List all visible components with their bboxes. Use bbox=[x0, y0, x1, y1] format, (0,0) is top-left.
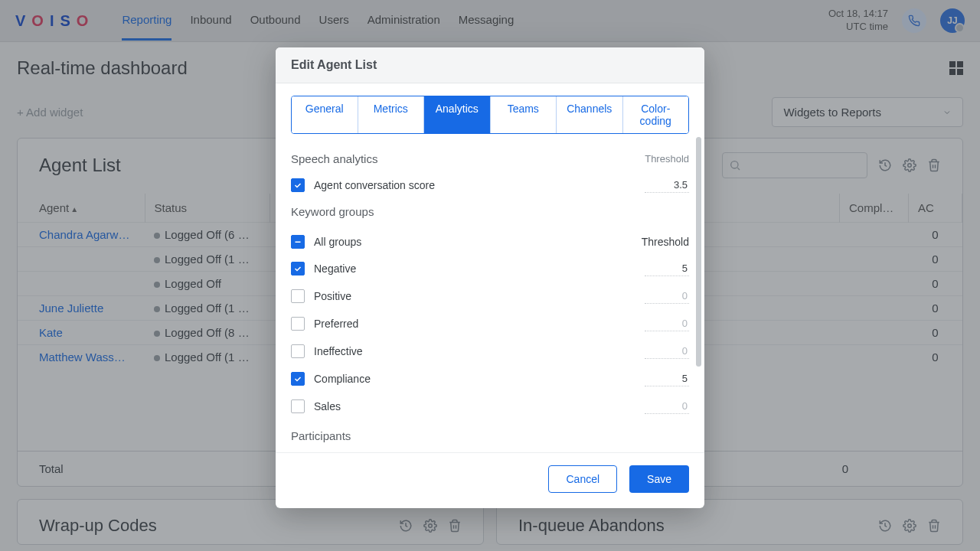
group-threshold[interactable]: 0 bbox=[645, 289, 689, 304]
threshold-label: Threshold bbox=[645, 153, 689, 165]
threshold-label: Threshold bbox=[642, 236, 689, 248]
group-label: Negative bbox=[314, 262, 356, 275]
group-label: Preferred bbox=[314, 318, 358, 330]
group-label: Compliance bbox=[314, 373, 371, 385]
keyword-groups-label: Keyword groups bbox=[291, 205, 374, 218]
group-threshold[interactable]: 0 bbox=[645, 316, 689, 331]
group-threshold[interactable]: 5 bbox=[645, 371, 689, 386]
group-checkbox[interactable] bbox=[291, 344, 305, 358]
group-threshold[interactable]: 0 bbox=[645, 344, 689, 359]
group-checkbox[interactable] bbox=[291, 289, 305, 303]
tab-analytics[interactable]: Analytics bbox=[424, 96, 491, 133]
all-groups-checkbox[interactable] bbox=[291, 235, 305, 249]
cancel-button[interactable]: Cancel bbox=[548, 465, 617, 493]
group-checkbox[interactable] bbox=[291, 372, 305, 386]
keyword-group-row: Compliance5 bbox=[291, 365, 689, 393]
scrollbar[interactable] bbox=[696, 137, 701, 367]
group-threshold[interactable]: 5 bbox=[645, 261, 689, 276]
agent-score-label: Agent conversation score bbox=[314, 179, 435, 191]
tab-channels[interactable]: Channels bbox=[557, 96, 623, 133]
group-checkbox[interactable] bbox=[291, 317, 305, 331]
agent-score-checkbox[interactable] bbox=[291, 178, 305, 192]
svg-rect-5 bbox=[296, 242, 301, 243]
modal-title: Edit Agent List bbox=[276, 47, 704, 83]
keyword-group-row: Positive0 bbox=[291, 282, 689, 310]
all-groups-label: All groups bbox=[314, 236, 361, 248]
keyword-group-row: Ineffective0 bbox=[291, 337, 689, 365]
group-checkbox[interactable] bbox=[291, 262, 305, 276]
speech-analytics-label: Speech analytics bbox=[291, 152, 377, 165]
participants-label: Participants bbox=[291, 429, 351, 442]
save-button[interactable]: Save bbox=[629, 465, 689, 493]
group-threshold[interactable]: 0 bbox=[645, 399, 689, 414]
group-label: Sales bbox=[314, 400, 341, 412]
group-label: Positive bbox=[314, 290, 351, 302]
agent-score-value[interactable]: 3.5 bbox=[645, 178, 689, 193]
group-label: Ineffective bbox=[314, 345, 363, 357]
keyword-group-row: Preferred0 bbox=[291, 310, 689, 337]
tab-general[interactable]: General bbox=[292, 96, 358, 133]
tab-teams[interactable]: Teams bbox=[491, 96, 557, 133]
tab-metrics[interactable]: Metrics bbox=[358, 96, 425, 133]
modal-overlay[interactable]: Edit Agent List General Metrics Analytic… bbox=[0, 0, 980, 551]
group-checkbox[interactable] bbox=[291, 399, 305, 413]
keyword-group-row: Sales0 bbox=[291, 393, 689, 420]
keyword-group-row: Negative5 bbox=[291, 255, 689, 282]
tab-color-coding[interactable]: Color-coding bbox=[623, 96, 689, 133]
modal-tabs: General Metrics Analytics Teams Channels… bbox=[291, 96, 689, 134]
edit-agent-list-modal: Edit Agent List General Metrics Analytic… bbox=[276, 47, 704, 508]
